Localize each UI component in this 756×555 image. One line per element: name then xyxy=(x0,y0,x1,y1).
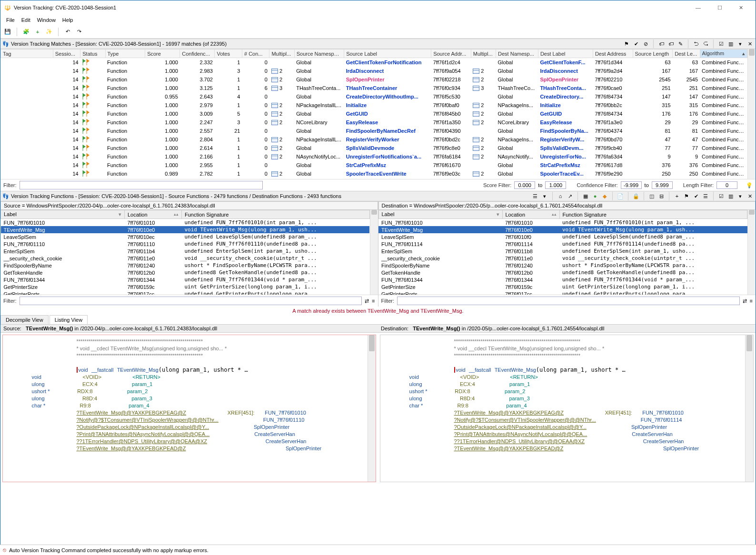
match-row[interactable]: 14Function0.9552.64340GlobalCreateDirect… xyxy=(1,92,747,101)
tab-decompile[interactable]: Decompile View xyxy=(0,315,49,324)
match-row[interactable]: 14Function1.0002.98330 2GlobalIrdaDiscon… xyxy=(1,67,747,75)
matches-col-header[interactable]: Dest Le... xyxy=(673,50,700,58)
matches-col-header[interactable]: Source Length xyxy=(633,50,673,58)
matches-col-header[interactable]: Confidenc... xyxy=(180,50,215,58)
matches-col-header[interactable]: Status xyxy=(80,50,105,58)
green-icon[interactable]: ● xyxy=(591,192,599,200)
swap2-icon[interactable]: ⇄ xyxy=(743,298,747,304)
dst-func-filter-input[interactable] xyxy=(397,297,740,305)
col-label-d[interactable]: Label▾ xyxy=(378,210,502,219)
source-functions-table[interactable]: Label▾ Location▴▴ Function Signature FUN… xyxy=(0,210,370,295)
match-row[interactable]: 14Function1.0003.00950 2GlobalGetGUID7ff… xyxy=(1,109,747,118)
matches-col-header[interactable]: Multipl... xyxy=(471,50,496,58)
col-location-d[interactable]: Location▴▴ xyxy=(502,210,559,219)
score-to-input[interactable] xyxy=(545,181,566,189)
dest-code-view[interactable]: ****************************************… xyxy=(380,335,745,482)
stop-icon[interactable]: ⦸ xyxy=(3,547,6,553)
match-row[interactable]: 14Function1.0002.61410 2GlobalSplIsValid… xyxy=(1,144,747,152)
plus-icon[interactable]: + xyxy=(673,192,681,200)
menu-edit[interactable]: Edit xyxy=(19,16,33,24)
edit-tag-icon[interactable]: ✎ xyxy=(676,40,684,48)
minimize-button[interactable]: — xyxy=(687,1,709,14)
cfg2-icon[interactable]: ≡ xyxy=(750,298,753,304)
menu-help[interactable]: Help xyxy=(60,16,76,24)
source-code-view[interactable]: ****************************************… xyxy=(3,335,368,482)
prev-icon[interactable]: ⮌ xyxy=(692,40,700,48)
menu2-icon[interactable]: ▾ xyxy=(736,192,744,200)
match-row[interactable]: 14Function1.0002.33210GlobalGetClientTok… xyxy=(1,58,747,67)
match-row[interactable]: 14Function0.9892.78210 2GlobalSpoolerTra… xyxy=(1,169,747,178)
maximize-button[interactable]: ☐ xyxy=(709,1,730,14)
match-row[interactable]: 14Function1.0002.95510GlobalStrCatPrefix… xyxy=(1,161,747,169)
dst-code-scrollbar[interactable] xyxy=(745,335,753,482)
split-h-icon[interactable]: ⊟ xyxy=(657,192,665,200)
matches-col-header[interactable]: Sessio... xyxy=(53,50,80,58)
match-row[interactable]: 14Function1.0002.97910 2NPackageInstallL… xyxy=(1,101,747,109)
match-row[interactable]: 14Function1.0003.12516 3THashTreeConta..… xyxy=(1,84,747,92)
matches-col-header[interactable]: Votes xyxy=(215,50,242,58)
block-icon[interactable]: ⊘ xyxy=(642,40,649,48)
next-icon[interactable]: ⮎ xyxy=(702,40,709,48)
function-row[interactable]: FUN_7ff76f011147ff76f01114undefined FUN_… xyxy=(378,240,747,248)
check-icon[interactable]: ✔ xyxy=(632,40,640,48)
match-row[interactable]: 14Function1.0002.92920 2GlobalCheckDrive… xyxy=(1,178,747,179)
bulb-icon[interactable]: 💡 xyxy=(746,182,753,188)
conf-to-input[interactable] xyxy=(652,181,673,189)
columns-icon[interactable]: ▥ xyxy=(727,40,735,48)
score-from-input[interactable] xyxy=(514,181,535,189)
save-icon[interactable]: 💾 xyxy=(3,28,12,36)
tag2-icon[interactable]: 🏷 xyxy=(667,40,675,48)
close-button[interactable]: ✕ xyxy=(730,1,752,14)
len-filter-input[interactable] xyxy=(716,181,737,189)
puzzle-icon[interactable]: 🧩 xyxy=(22,28,30,36)
matches-col-header[interactable]: Dest Address xyxy=(593,50,633,58)
function-row[interactable]: FindSpoolerByName7ff76f01240ushort * Fin… xyxy=(378,262,747,269)
function-row[interactable]: LeaveSplSem7ff76f010f0undefined LeaveSpl… xyxy=(378,233,747,240)
dropdown-icon[interactable]: ▾ xyxy=(541,192,548,200)
dst-funcs-scrollbar[interactable] xyxy=(747,210,756,295)
function-row[interactable]: EnterSplSem7ff76f011b4undefined EnterSpl… xyxy=(1,248,370,255)
matches-col-header[interactable]: Type xyxy=(105,50,145,58)
function-row[interactable]: LeaveSplSem7ff76f010ecundefined LeaveSpl… xyxy=(1,233,370,240)
function-row[interactable]: TEventWrite_Msg7ff76f010e0void TEventWri… xyxy=(1,226,370,233)
function-row[interactable]: GetTokenHandle7ff76f012b0undefined8 GetT… xyxy=(1,269,370,276)
matches-col-header[interactable]: Tag xyxy=(1,50,53,58)
matches-col-header[interactable]: Source Addr... xyxy=(431,50,471,58)
function-row[interactable]: GetPrinterPorts7ff76f017ccundefined GetP… xyxy=(1,290,370,295)
col-sig[interactable]: Function Signature xyxy=(182,210,370,219)
redo-icon[interactable]: ↷ xyxy=(75,28,83,36)
tag-icon[interactable]: 🏷 xyxy=(657,40,665,48)
gear-icon[interactable]: ☑ xyxy=(717,40,725,48)
function-row[interactable]: __security_check_cookie7ff76f011e0void _… xyxy=(1,255,370,262)
src-code-scrollbar[interactable] xyxy=(368,335,376,482)
book-icon[interactable]: 📄 xyxy=(617,192,624,200)
matches-col-header[interactable]: Source Namespace xyxy=(294,50,344,58)
src-func-filter-input[interactable] xyxy=(20,297,362,305)
function-row[interactable]: FUN_7ff76f010107ff76f01010undefined FUN_… xyxy=(378,219,747,227)
matches-col-header[interactable]: Multipl... xyxy=(269,50,294,58)
cfg-icon[interactable]: ≡ xyxy=(372,298,375,304)
matches-col-header[interactable]: Algorithm ▴ xyxy=(700,50,747,58)
split-icon[interactable]: ◫ xyxy=(648,192,656,200)
matches-col-header[interactable]: # Con... xyxy=(242,50,269,58)
matches-table[interactable]: TagSessio...StatusTypeScoreConfidenc...V… xyxy=(0,49,747,179)
function-row[interactable]: GetPrinterSize7ff76f0159cuint GetPrinter… xyxy=(1,283,370,290)
col-sig-d[interactable]: Function Signature xyxy=(559,210,747,219)
matches-filter-input[interactable] xyxy=(20,181,263,189)
dest-functions-table[interactable]: Label▾ Location▴▴ Function Signature FUN… xyxy=(378,210,748,295)
col-label[interactable]: Label▾ xyxy=(1,210,125,219)
function-row[interactable]: FUN_7ff76f011107ff76f01110undefined FUN_… xyxy=(1,240,370,248)
function-row[interactable]: EnterSplSem7ff76f011b8undefined EnterSpl… xyxy=(378,248,747,255)
columns2-icon[interactable]: ▥ xyxy=(727,192,735,200)
match-row[interactable]: 14Function1.0002.16610 2NAsyncNotifyLoc.… xyxy=(1,152,747,161)
flag-icon[interactable]: ⚑ xyxy=(623,40,630,48)
flag2-icon[interactable]: ⚑ xyxy=(683,192,690,200)
list2-icon[interactable]: ☰ xyxy=(702,192,709,200)
wand-icon[interactable]: ✨ xyxy=(45,28,53,36)
list-icon[interactable]: ☰ xyxy=(531,192,539,200)
function-row[interactable]: GetPrinterSize7ff76f0159cuint GetPrinter… xyxy=(378,283,747,290)
panel-close-icon[interactable]: ✕ xyxy=(746,40,754,48)
tab-listing[interactable]: Listing View xyxy=(50,315,88,324)
matches-col-header[interactable]: Dest Namesp... xyxy=(496,50,538,58)
add-icon[interactable]: + xyxy=(33,28,42,36)
